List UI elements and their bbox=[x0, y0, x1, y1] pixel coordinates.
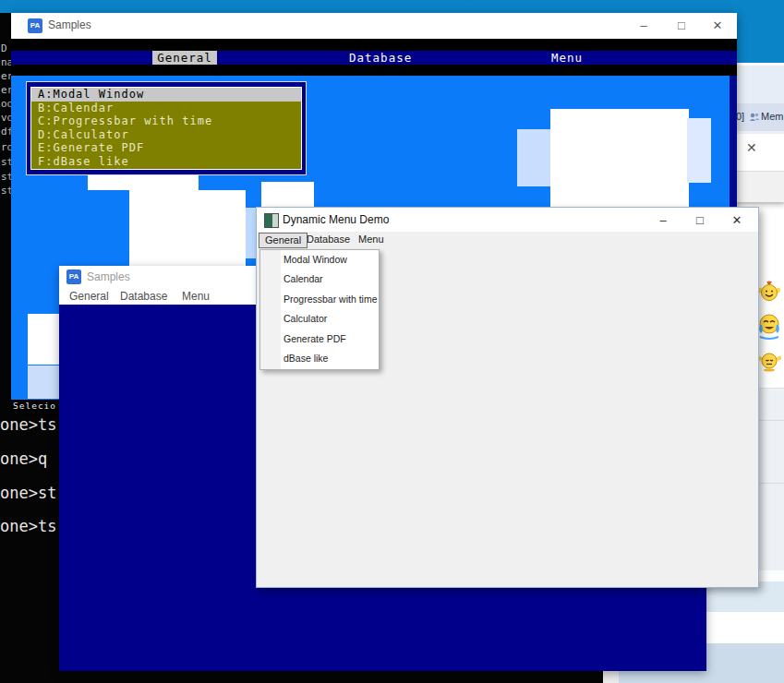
close-icon[interactable]: ✕ bbox=[746, 140, 757, 155]
tui-dropdown-item-calculator[interactable]: D:Calculator bbox=[31, 128, 301, 142]
terminal-fragment: D bbox=[1, 42, 7, 54]
window-title: Samples bbox=[48, 18, 91, 31]
close-button[interactable]: ✕ bbox=[704, 17, 731, 35]
tui-menu-general[interactable]: General bbox=[152, 51, 217, 65]
samples-app-icon: PA bbox=[28, 18, 42, 33]
window-title: Samples bbox=[87, 270, 130, 283]
close-button[interactable]: ✕ bbox=[723, 211, 751, 230]
background-dialog: ✕ bbox=[732, 134, 784, 201]
dynamic-titlebar[interactable]: Dynamic Menu Demo – □ ✕ bbox=[257, 208, 758, 232]
pixelated-blob bbox=[28, 314, 59, 365]
maximize-button[interactable]: □ bbox=[686, 211, 714, 230]
minimize-button[interactable]: – bbox=[630, 17, 657, 35]
member-label: Mem bbox=[761, 111, 783, 122]
tui-menu-menu[interactable]: Menu bbox=[551, 51, 583, 65]
terminal-prompt-line: one>st bbox=[0, 484, 56, 502]
maximize-button[interactable]: □ bbox=[668, 17, 695, 35]
emoji-laugh-cry-icon[interactable] bbox=[756, 312, 782, 340]
dropdown-item-progressbar[interactable]: Progressbar with time bbox=[260, 290, 379, 309]
dropdown-item-modal-window[interactable]: Modal Window bbox=[260, 250, 379, 270]
menu-database[interactable]: Database bbox=[301, 233, 356, 246]
menu-general[interactable]: General bbox=[69, 290, 109, 303]
emoji-bow-icon[interactable] bbox=[757, 349, 781, 373]
dropdown-item-dbase-like[interactable]: dBase like bbox=[260, 349, 379, 368]
pixelated-blob bbox=[550, 109, 689, 212]
dynamic-menu-demo-icon bbox=[264, 213, 279, 228]
terminal-prompt-line: one>ts bbox=[0, 415, 56, 434]
menu-menu[interactable]: Menu bbox=[353, 233, 390, 246]
tui-dropdown-item-dbase-like[interactable]: F:dBase like bbox=[31, 155, 301, 169]
dropdown-item-calculator[interactable]: Calculator bbox=[260, 309, 379, 329]
console-titlebar[interactable]: PA Samples – □ ✕ bbox=[11, 13, 737, 39]
tui-dropdown-item-calendar[interactable]: B:Calendar bbox=[31, 102, 301, 115]
terminal-prompt-line: one>ts bbox=[0, 517, 56, 535]
members-icon bbox=[749, 112, 760, 123]
menu-database[interactable]: Database bbox=[120, 290, 167, 303]
member-prefix: 0] bbox=[736, 111, 744, 122]
tui-dropdown-item-modal-window[interactable]: A:Modal Window bbox=[31, 88, 301, 102]
pixelated-blob bbox=[517, 129, 552, 186]
samples-app-icon: PA bbox=[66, 270, 81, 284]
dropdown-item-generate-pdf[interactable]: Generate PDF bbox=[260, 330, 379, 349]
tui-dropdown-item-generate-pdf[interactable]: E:Generate PDF bbox=[31, 141, 301, 155]
tui-dropdown-frame: A:Modal Window B:Calendar C:Progressbar … bbox=[30, 87, 302, 170]
desktop: 0] Mem bbox=[0, 0, 784, 683]
dialog-footer bbox=[733, 171, 784, 202]
menu-menu[interactable]: Menu bbox=[182, 290, 210, 303]
dropdown-item-calendar[interactable]: Calendar bbox=[260, 270, 379, 289]
dynamic-menu-demo-window: Dynamic Menu Demo – □ ✕ General Database… bbox=[256, 207, 759, 588]
tui-menubar: General Database Menu bbox=[11, 51, 737, 65]
page-scrollbar[interactable] bbox=[603, 671, 619, 683]
terminal-prompt-line: one>q bbox=[0, 449, 47, 468]
dynamic-menubar: General Database Menu bbox=[257, 232, 758, 248]
tui-dropdown-item-progressbar[interactable]: C:Progressbar with time bbox=[31, 114, 301, 128]
minimize-button[interactable]: – bbox=[649, 211, 677, 230]
dynamic-dropdown-menu: Modal Window Calendar Progressbar with t… bbox=[259, 249, 380, 370]
tui-menu-database[interactable]: Database bbox=[349, 51, 412, 65]
tui-dropdown-menu: A:Modal Window B:Calendar C:Progressbar … bbox=[26, 81, 307, 175]
window-title: Dynamic Menu Demo bbox=[283, 213, 389, 226]
pixelated-blob bbox=[687, 118, 711, 183]
emoji-cheer-icon[interactable] bbox=[758, 280, 780, 302]
